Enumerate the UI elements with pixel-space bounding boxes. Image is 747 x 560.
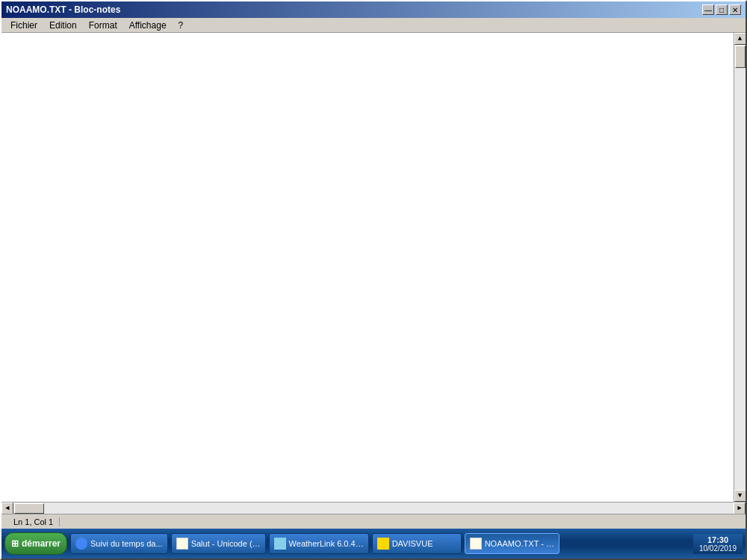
- status-bar: Ln 1, Col 1: [1, 514, 746, 529]
- menu-affichage[interactable]: Affichage: [123, 19, 173, 32]
- window-title: NOAAMO.TXT - Bloc-notes: [6, 4, 120, 15]
- clock-time: 17:30: [699, 535, 737, 544]
- taskbar-item-1[interactable]: Salut - Unicode (…: [171, 533, 266, 554]
- start-label: démarrer: [22, 538, 61, 549]
- title-bar: NOAAMO.TXT - Bloc-notes — □ ✕: [1, 1, 746, 18]
- folder-icon: [377, 538, 389, 550]
- taskbar-label-4: NOAAMO.TXT - …: [485, 539, 554, 548]
- menu-format[interactable]: Format: [83, 19, 123, 32]
- menu-help[interactable]: ?: [173, 19, 190, 32]
- editor-container: MONTHLY CLIMATOLOGICAL SUMMARY for FEB. …: [1, 33, 746, 502]
- window-controls: — □ ✕: [702, 4, 741, 15]
- scroll-down-button[interactable]: ▼: [734, 490, 746, 502]
- chrome-icon: [75, 538, 87, 550]
- scroll-right-button[interactable]: ►: [734, 503, 746, 514]
- taskbar-item-0[interactable]: Suivi du temps da...: [70, 533, 168, 554]
- scroll-track[interactable]: [734, 45, 746, 490]
- taskbar-item-3[interactable]: DAVISVUE: [372, 533, 462, 554]
- scroll-left-button[interactable]: ◄: [1, 503, 13, 514]
- minimize-button[interactable]: —: [702, 4, 714, 15]
- taskbar-label-3: DAVISVUE: [392, 539, 433, 548]
- start-button[interactable]: ⊞ démarrer: [4, 532, 67, 555]
- scroll-up-button[interactable]: ▲: [734, 33, 746, 45]
- notepad-icon-2: [470, 538, 482, 550]
- taskbar-item-2[interactable]: WeatherLink 6.0.4…: [269, 533, 369, 554]
- cursor-position: Ln 1, Col 1: [7, 517, 60, 526]
- taskbar-label-0: Suivi du temps da...: [90, 539, 163, 548]
- h-scroll-track[interactable]: [13, 503, 734, 514]
- clock-date: 10/02/2019: [699, 544, 737, 553]
- editor-content[interactable]: MONTHLY CLIMATOLOGICAL SUMMARY for FEB. …: [1, 33, 734, 502]
- menu-edition[interactable]: Edition: [43, 19, 83, 32]
- system-clock: 17:30 10/02/2019: [693, 534, 743, 554]
- maximize-button[interactable]: □: [716, 4, 728, 15]
- taskbar-item-4[interactable]: NOAAMO.TXT - …: [465, 533, 560, 554]
- notepad-icon-1: [176, 538, 188, 550]
- main-window: NOAAMO.TXT - Bloc-notes — □ ✕ Fichier Ed…: [0, 0, 747, 560]
- vertical-scrollbar[interactable]: ▲ ▼: [734, 33, 746, 502]
- close-button[interactable]: ✕: [729, 4, 741, 15]
- menu-fichier[interactable]: Fichier: [4, 19, 43, 32]
- menu-bar: Fichier Edition Format Affichage ?: [1, 18, 746, 33]
- windows-logo-icon: ⊞: [11, 538, 19, 549]
- horizontal-scrollbar[interactable]: ◄ ►: [1, 502, 746, 514]
- scroll-thumb[interactable]: [735, 46, 746, 68]
- h-scroll-thumb[interactable]: [14, 503, 44, 514]
- taskbar-label-2: WeatherLink 6.0.4…: [289, 539, 364, 548]
- taskbar: ⊞ démarrer Suivi du temps da... Salut - …: [1, 529, 746, 559]
- weather-icon: [274, 538, 286, 550]
- taskbar-label-1: Salut - Unicode (…: [191, 539, 261, 548]
